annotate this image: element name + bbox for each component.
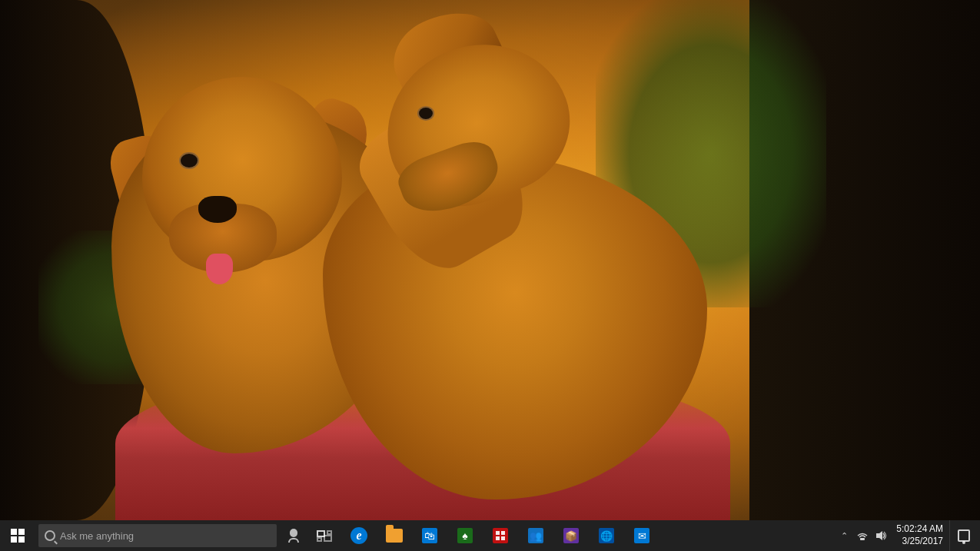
solitaire-icon: ♠ — [457, 528, 473, 543]
mail-icon: ✉ — [634, 528, 649, 543]
clock-date: 3/25/2017 — [902, 536, 943, 548]
folder-icon — [386, 529, 403, 543]
dog-eye-right — [419, 108, 433, 119]
pinned-app-5[interactable] — [483, 520, 518, 551]
edge-icon — [350, 527, 367, 544]
task-view-button[interactable] — [307, 520, 341, 551]
taskbar: Ask me anything 🛍 — [0, 520, 980, 551]
tray-overflow-button[interactable]: ⌃ — [835, 520, 853, 551]
store-icon: 🛍 — [422, 528, 437, 543]
tray-overflow-arrow: ⌃ — [839, 531, 849, 541]
clock-time: 5:02:24 AM — [896, 523, 943, 536]
task-view-rect3 — [317, 537, 322, 542]
desktop — [0, 0, 980, 520]
app6-icon: 👥 — [528, 528, 543, 543]
app8-icon: 🌐 — [599, 528, 614, 543]
wallpaper-dogs — [0, 0, 980, 520]
system-tray: ⌃ 5:02:24 AM 3/25/2017 — [835, 520, 980, 551]
clock-display[interactable]: 5:02:24 AM 3/25/2017 — [890, 520, 949, 551]
mic-body — [290, 529, 297, 537]
svg-rect-2 — [496, 536, 500, 540]
cortana-mic-button[interactable] — [280, 520, 307, 551]
pinned-apps: 🛍 ♠ 👥 📦 🌐 — [341, 520, 835, 551]
dog-left-tongue — [206, 254, 233, 284]
svg-rect-3 — [501, 536, 505, 540]
windows-icon — [11, 529, 25, 543]
search-icon — [45, 530, 55, 541]
microphone-icon — [289, 529, 298, 543]
search-placeholder-text: Ask me anything — [60, 530, 134, 542]
pinned-app-file-explorer[interactable] — [377, 520, 412, 551]
mic-stand — [288, 538, 299, 543]
notification-icon — [958, 529, 970, 542]
pinned-app-6[interactable]: 👥 — [518, 520, 553, 551]
svg-rect-4 — [860, 538, 865, 540]
windows-icon-bl — [11, 536, 17, 543]
windows-icon-br — [18, 536, 25, 543]
pinned-app-8[interactable]: 🌐 — [589, 520, 624, 551]
windows-icon-tl — [11, 529, 17, 535]
network-tray-icon[interactable] — [853, 520, 872, 551]
action-center-button[interactable] — [949, 520, 977, 551]
start-button[interactable] — [0, 520, 35, 551]
search-bar[interactable]: Ask me anything — [38, 524, 277, 547]
volume-tray-icon[interactable] — [872, 520, 890, 551]
task-view-rect4 — [324, 535, 332, 542]
app7-icon: 📦 — [563, 528, 579, 543]
task-view-icon — [317, 530, 332, 542]
volume-icon — [875, 530, 887, 541]
app5-icon — [493, 528, 508, 543]
pinned-app-7[interactable]: 📦 — [553, 520, 589, 551]
svg-rect-0 — [496, 531, 500, 535]
app5-svg-icon — [495, 530, 506, 541]
pinned-app-mail[interactable]: ✉ — [624, 520, 659, 551]
svg-rect-1 — [501, 531, 505, 535]
dog-left-nose — [198, 196, 237, 223]
network-icon — [856, 530, 869, 541]
windows-icon-tr — [18, 529, 25, 535]
pinned-app-edge[interactable] — [341, 520, 377, 551]
pinned-app-store[interactable]: 🛍 — [412, 520, 447, 551]
svg-marker-5 — [876, 531, 882, 540]
pinned-app-solitaire[interactable]: ♠ — [447, 520, 483, 551]
dog-eye-left — [181, 154, 198, 168]
